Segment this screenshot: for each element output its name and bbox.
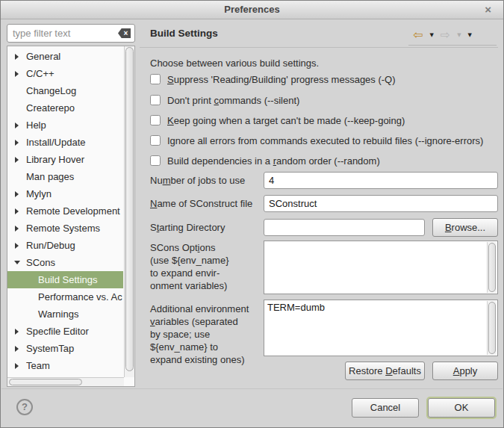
sidebar-item-label: C/C++ xyxy=(26,68,55,79)
restore-defaults-button[interactable]: Restore Defaults xyxy=(345,362,425,380)
starting-directory-field[interactable] xyxy=(264,219,425,236)
checkbox-dont-print-commands[interactable] xyxy=(150,95,161,105)
page-nav-toolbar: ⇦ ▼ ⇨ ▼ ▼ xyxy=(408,25,497,46)
help-button[interactable]: ? xyxy=(16,399,33,415)
spacer xyxy=(13,173,22,181)
expand-arrow-icon[interactable] xyxy=(13,138,22,146)
checkbox-row-suppress-progress: Suppress 'Reading/Building' progress mes… xyxy=(150,72,396,86)
sidebar-item-label: Createrepo xyxy=(26,102,75,114)
sidebar-item-label: Team xyxy=(26,360,50,371)
scons-options-label: SCons Options (use ${env_name} to expand… xyxy=(150,241,264,292)
jobs-count-label: Number of jobs to use xyxy=(150,175,245,186)
forward-arrow-icon[interactable]: ⇨ xyxy=(441,29,450,41)
sidebar-item-label: Mylyn xyxy=(26,188,52,199)
header-separator xyxy=(140,47,498,48)
env-variables-textarea[interactable]: TERM=dumb xyxy=(264,300,486,356)
preferences-tree: General C/C++ ChangeLog Createrepo Help … xyxy=(7,46,135,387)
expand-arrow-icon[interactable] xyxy=(13,362,22,370)
checkbox-label[interactable]: Keep going when a target can't be made (… xyxy=(167,115,405,126)
sidebar-item-remote-systems[interactable]: Remote Systems xyxy=(7,220,123,237)
filter-box xyxy=(7,24,135,43)
textarea-scrollbar xyxy=(487,301,497,355)
sidebar-item-remote-development[interactable]: Remote Development xyxy=(7,202,123,220)
sidebar-item-run-debug[interactable]: Run/Debug xyxy=(7,237,123,254)
cancel-button[interactable]: Cancel xyxy=(352,398,419,418)
spacer xyxy=(25,276,34,284)
expand-arrow-icon[interactable] xyxy=(13,190,22,198)
sidebar-item-label: Build Settings xyxy=(38,274,98,285)
expand-arrow-icon[interactable] xyxy=(13,344,22,353)
checkbox-label[interactable]: Suppress 'Reading/Building' progress mes… xyxy=(167,74,396,85)
jobs-count-field[interactable] xyxy=(264,172,498,189)
sidebar-item-createrepo[interactable]: Createrepo xyxy=(7,99,123,117)
checkbox-label[interactable]: Ignore all errors from commands executed… xyxy=(167,135,483,146)
sidebar-item-install-update[interactable]: Install/Update xyxy=(7,134,123,151)
checkbox-row-keep-going: Keep going when a target can't be made (… xyxy=(150,114,405,127)
page-description: Choose between various build settings. xyxy=(150,58,319,69)
horizontal-scrollbar-thumb[interactable] xyxy=(9,379,82,385)
sidebar-item-label: Performance vs. Ac xyxy=(38,291,122,303)
sidebar-item-performance[interactable]: Performance vs. Ac xyxy=(7,288,123,306)
expand-arrow-icon[interactable] xyxy=(13,207,22,215)
sidebar-item-label: Install/Update xyxy=(26,137,86,148)
sidebar-item-warnings[interactable]: Warnings xyxy=(7,306,123,323)
checkbox-keep-going[interactable] xyxy=(150,115,161,125)
browse-button[interactable]: Browse... xyxy=(432,218,498,237)
expand-arrow-icon[interactable] xyxy=(13,52,22,61)
starting-directory-label: Starting Directory xyxy=(150,222,225,233)
footer-separator xyxy=(1,388,503,389)
close-icon[interactable]: × xyxy=(485,1,491,19)
expand-arrow-icon[interactable] xyxy=(13,69,22,78)
sidebar-item-library-hover[interactable]: Library Hover xyxy=(7,151,123,168)
sidebar-item-build-settings[interactable]: Build Settings xyxy=(7,271,123,288)
preferences-dialog: Preferences × General C/C++ ChangeLog Cr… xyxy=(0,0,504,428)
checkbox-row-ignore-errors: Ignore all errors from commands executed… xyxy=(150,134,483,147)
sidebar-item-general[interactable]: General xyxy=(7,48,123,65)
expand-arrow-icon[interactable] xyxy=(13,155,22,164)
sidebar-item-label: Remote Systems xyxy=(26,223,100,234)
apply-button[interactable]: Apply xyxy=(432,362,498,380)
clear-filter-icon[interactable] xyxy=(118,28,131,38)
sidebar-item-label: SCons xyxy=(26,257,55,268)
sidebar-item-label: Help xyxy=(26,120,46,131)
scons-options-textarea[interactable] xyxy=(264,241,486,294)
checkbox-random-order[interactable] xyxy=(150,155,161,166)
filter-input[interactable] xyxy=(13,28,118,39)
sidebar-item-team[interactable]: Team xyxy=(7,357,123,374)
vertical-scrollbar-thumb[interactable] xyxy=(125,47,134,371)
sidebar-item-label: ChangeLog xyxy=(26,85,76,96)
sidebar-item-label: Man pages xyxy=(26,171,74,182)
checkbox-row-random-order: Build dependencies in a random order (--… xyxy=(150,154,380,167)
textarea-scrollbar-thumb[interactable] xyxy=(488,243,496,292)
expand-arrow-icon[interactable] xyxy=(13,121,22,129)
textarea-scrollbar xyxy=(487,242,497,293)
view-menu-chevron-down-icon[interactable]: ▼ xyxy=(468,33,472,38)
ok-button[interactable]: OK xyxy=(428,398,495,418)
checkbox-label[interactable]: Build dependencies in a random order (--… xyxy=(167,155,380,167)
checkbox-row-dont-print-commands: Don't print commands (--silent) xyxy=(150,93,299,107)
env-variables-box: TERM=dumb xyxy=(264,300,498,356)
expand-arrow-icon[interactable] xyxy=(13,241,22,249)
spacer xyxy=(13,104,22,112)
checkbox-ignore-errors[interactable] xyxy=(150,135,161,146)
sidebar-item-changelog[interactable]: ChangeLog xyxy=(7,82,123,99)
sidebar-item-specfile-editor[interactable]: Specfile Editor xyxy=(7,323,123,340)
expand-arrow-icon[interactable] xyxy=(13,224,22,232)
scons-options-box xyxy=(264,241,498,294)
sconstruct-name-field[interactable] xyxy=(264,195,498,212)
sidebar-item-mylyn[interactable]: Mylyn xyxy=(7,185,123,202)
forward-history-chevron-down-icon[interactable]: ▼ xyxy=(457,33,461,38)
sidebar-item-scons[interactable]: SCons xyxy=(7,254,123,271)
sidebar-item-systemtap[interactable]: SystemTap xyxy=(7,340,123,357)
back-arrow-icon[interactable]: ⇦ xyxy=(413,29,423,41)
sidebar-item-man-pages[interactable]: Man pages xyxy=(7,168,123,185)
sidebar-item-help[interactable]: Help xyxy=(7,117,123,134)
sidebar-item-label: Library Hover xyxy=(26,154,84,165)
back-history-chevron-down-icon[interactable]: ▼ xyxy=(429,33,433,38)
checkbox-label[interactable]: Don't print commands (--silent) xyxy=(167,95,299,106)
expand-arrow-icon[interactable] xyxy=(13,327,22,335)
checkbox-suppress-progress[interactable] xyxy=(150,74,161,84)
collapse-arrow-icon[interactable] xyxy=(13,258,22,267)
textarea-scrollbar-thumb[interactable] xyxy=(488,302,496,354)
sidebar-item-c-cpp[interactable]: C/C++ xyxy=(7,65,123,82)
